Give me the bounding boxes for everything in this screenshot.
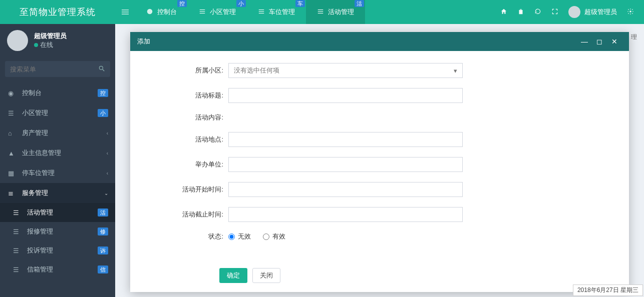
sidebar-badge: 活 [98,208,108,216]
search-icon[interactable] [98,65,105,74]
bg-trail-text: 理 [631,33,637,42]
sidebar-item-label: 活动管理 [27,208,53,217]
radio-valid[interactable]: 有效 [263,232,285,241]
sidebar-sub-mailbox[interactable]: ☰ 信箱管理 信 [0,260,115,279]
list-icon: ☰ [13,247,21,254]
sidebar-item-dashboard[interactable]: ◉ 控制台 控 [0,83,115,103]
ok-button[interactable]: 确定 [219,268,247,283]
list-icon: ☰ [13,228,21,236]
gear-icon[interactable] [627,8,634,16]
sidebar-user: 超级管理员 在线 [0,24,115,57]
tab-activity[interactable]: 活动管理 活 [306,0,365,24]
sidebar-user-name: 超级管理员 [34,32,67,40]
sidebar-item-owner[interactable]: ▲ 业主信息管理 ‹ [0,143,115,163]
sidebar-user-status: 在线 [34,40,67,50]
select-community[interactable]: 没有选中任何项 ▾ [228,63,463,78]
sidebar-item-parking[interactable]: ▦ 停车位管理 ‹ [0,163,115,183]
modal-footer: 确定 关闭 [130,259,629,292]
sidebar-menu: ◉ 控制台 控 ☰ 小区管理 小 ⌂ 房产管理 ‹ ▲ 业主信息管理 ‹ ▦ 停… [0,83,115,203]
list-icon: ☰ [13,266,21,274]
tab-badge: 控 [177,0,187,7]
fullscreen-icon[interactable] [551,8,558,16]
tab-badge: 活 [355,0,364,7]
radio-label: 有效 [272,232,285,241]
sidebar-item-label: 房产管理 [22,128,48,138]
user-icon: ▲ [8,150,16,157]
input-start[interactable] [228,182,463,197]
sidebar-item-label: 投诉管理 [27,246,53,255]
label-start: 活动开始时间 [144,185,228,194]
search-menu[interactable] [5,61,110,77]
trash-icon[interactable] [517,8,524,16]
sidebar-badge: 控 [98,89,108,97]
search-input[interactable] [10,66,98,73]
radio-input[interactable] [228,234,235,240]
svg-point-14 [99,66,103,70]
grid-icon: ▦ [8,170,16,177]
svg-point-13 [629,10,631,12]
dashboard-icon [146,8,153,16]
footer-date: 2018年6月27日 星期三 [573,284,643,296]
refresh-icon[interactable] [534,8,541,16]
tab-community[interactable]: 小区管理 小 [188,0,247,24]
tab-label: 车位管理 [269,8,295,16]
label-place: 活动地点 [144,135,228,144]
sidebar: 超级管理员 在线 ◉ 控制台 控 ☰ 小区管理 小 ⌂ 房产管理 ‹ ▲ 业主信… [0,24,115,297]
tab-badge: 小 [236,0,246,7]
minimize-button[interactable]: ― [577,38,592,46]
sidebar-sub-activity[interactable]: ☰ 活动管理 活 [0,203,115,222]
sidebar-item-label: 报修管理 [27,227,53,236]
tab-label: 小区管理 [210,8,236,16]
sidebar-badge: 诉 [98,246,108,254]
svg-rect-0 [122,10,129,10]
sidebar-item-label: 业主信息管理 [22,148,61,158]
home-icon[interactable] [500,8,507,16]
radio-label: 无效 [238,232,251,241]
svg-rect-1 [122,12,129,12]
svg-rect-9 [259,12,264,13]
sidebar-item-label: 停车位管理 [22,168,55,178]
modal-add: 添加 ― ◻ ✕ 所属小区 没有选中任何项 ▾ 活动标题 活动内容 活动地点 举… [130,32,629,292]
input-host[interactable] [228,157,463,172]
svg-rect-6 [200,12,205,13]
label-title: 活动标题 [144,91,228,100]
avatar-icon [568,6,580,18]
chevron-left-icon: ‹ [107,130,108,136]
sidebar-badge: 小 [98,109,108,117]
input-place[interactable] [228,132,463,147]
svg-point-3 [147,8,153,14]
label-content: 活动内容 [144,113,228,122]
maximize-button[interactable]: ◻ [592,38,607,46]
tab-parking[interactable]: 车位管理 车 [247,0,306,24]
radio-invalid[interactable]: 无效 [228,232,251,241]
input-title[interactable] [228,88,463,103]
top-user[interactable]: 超级管理员 [568,6,617,18]
tabs: 控制台 控 小区管理 小 车位管理 车 活动管理 活 [135,0,365,24]
sidebar-item-service[interactable]: ≣ 服务管理 ⌄ [0,183,115,203]
input-end[interactable] [228,207,463,222]
topbar: 至简物业管理系统 控制台 控 小区管理 小 车位管理 车 [0,0,644,24]
svg-rect-4 [200,9,205,10]
hamburger-toggle[interactable] [115,0,135,24]
sidebar-item-house[interactable]: ⌂ 房产管理 ‹ [0,123,115,143]
tab-label: 活动管理 [328,8,354,16]
list-icon: ☰ [8,110,16,117]
avatar-icon [7,30,28,51]
chevron-down-icon: ⌄ [104,190,108,196]
brand-title: 至简物业管理系统 [0,0,115,24]
svg-rect-2 [122,14,129,14]
list-icon: ☰ [13,209,21,216]
stack-icon: ≣ [8,190,16,197]
cancel-button[interactable]: 关闭 [252,268,280,283]
top-user-name: 超级管理员 [584,8,617,16]
sidebar-item-community[interactable]: ☰ 小区管理 小 [0,103,115,123]
tab-dashboard[interactable]: 控制台 控 [135,0,188,24]
sidebar-sub-complaint[interactable]: ☰ 投诉管理 诉 [0,241,115,260]
top-tools: 超级管理员 [500,0,644,24]
svg-rect-8 [259,11,264,12]
modal-header: 添加 ― ◻ ✕ [130,32,629,51]
chevron-left-icon: ‹ [107,170,108,176]
radio-input[interactable] [263,234,269,240]
sidebar-sub-repair[interactable]: ☰ 报修管理 修 [0,222,115,241]
close-button[interactable]: ✕ [607,38,622,46]
